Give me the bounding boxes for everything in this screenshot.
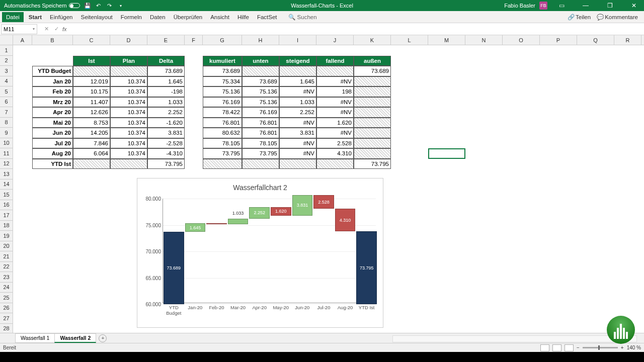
name-box[interactable]: M11 ▾	[1, 24, 37, 34]
cell[interactable]: 73.689	[147, 66, 185, 76]
cell[interactable]: -4.310	[147, 148, 185, 159]
cell[interactable]: #NV	[316, 97, 354, 108]
save-icon[interactable]: 💾	[84, 2, 91, 9]
share-button[interactable]: 🔗 Teilen	[568, 14, 591, 21]
cell[interactable]: 76.801	[203, 118, 242, 128]
minimize-icon[interactable]: —	[576, 0, 596, 11]
cell[interactable]: 2.252	[279, 107, 316, 118]
column-header[interactable]: G	[203, 35, 242, 45]
cell[interactable]: #NV	[316, 76, 354, 87]
cell[interactable]	[110, 66, 147, 76]
row-header[interactable]: 12	[0, 159, 13, 169]
view-normal-icon[interactable]	[540, 344, 549, 351]
tab-einfügen[interactable]: Einfügen	[46, 12, 76, 22]
column-header[interactable]: N	[465, 35, 503, 45]
cell[interactable]: 2.528	[316, 138, 354, 149]
tab-factset[interactable]: FactSet	[253, 12, 281, 22]
row-header[interactable]: 2	[0, 56, 13, 66]
cell[interactable]	[110, 159, 147, 169]
row-header[interactable]: 22	[0, 262, 13, 273]
comments-button[interactable]: 💬 Kommentare	[597, 14, 638, 21]
cell[interactable]	[354, 118, 391, 128]
cell[interactable]	[354, 138, 391, 149]
cell[interactable]: 75.136	[242, 97, 279, 108]
cell[interactable]: 10.374	[110, 148, 147, 159]
tab-file[interactable]: Datei	[2, 12, 24, 22]
cell[interactable]: 73.689	[354, 66, 391, 76]
cell[interactable]	[354, 128, 391, 138]
column-header[interactable]: D	[110, 35, 147, 45]
cell[interactable]: außen	[354, 56, 391, 66]
cell[interactable]: 11.407	[73, 97, 110, 108]
tab-ansicht[interactable]: Ansicht	[206, 12, 233, 22]
row-header[interactable]: 8	[0, 118, 13, 128]
cell[interactable]: Aug 20	[32, 148, 73, 159]
row-header[interactable]: 18	[0, 221, 13, 231]
cell[interactable]	[316, 66, 354, 76]
cell[interactable]	[316, 159, 354, 169]
cell[interactable]: 73.795	[354, 159, 391, 169]
qat-customize-icon[interactable]: ▾	[117, 2, 124, 9]
row-header[interactable]: 14	[0, 179, 13, 190]
column-header[interactable]: B	[32, 35, 73, 45]
close-icon[interactable]: ✕	[624, 0, 644, 11]
column-header[interactable]: R	[614, 35, 641, 45]
cell[interactable]: -2.528	[147, 138, 185, 149]
row-header[interactable]: 11	[0, 148, 13, 159]
column-header[interactable]: C	[73, 35, 110, 45]
column-header[interactable]: K	[354, 35, 391, 45]
row-header[interactable]: 26	[0, 303, 13, 314]
row-header[interactable]: 28	[0, 324, 13, 333]
cell[interactable]: 8.753	[73, 118, 110, 128]
cell[interactable]: 73.689	[242, 76, 279, 87]
cell[interactable]: 3.831	[279, 128, 316, 138]
cell[interactable]: Apr 20	[32, 107, 73, 118]
cell[interactable]: steigend	[279, 56, 316, 66]
horizontal-scrollbar[interactable]	[392, 335, 637, 342]
cell[interactable]: Jul 20	[32, 138, 73, 149]
cell[interactable]: 73.795	[147, 159, 185, 169]
cell[interactable]: 76.169	[203, 97, 242, 108]
column-header[interactable]: P	[540, 35, 577, 45]
tab-formeln[interactable]: Formeln	[117, 12, 146, 22]
cell[interactable]: 10.374	[110, 118, 147, 128]
tab-start[interactable]: Start	[25, 12, 46, 22]
tab-daten[interactable]: Daten	[146, 12, 170, 22]
cell[interactable]: 14.205	[73, 128, 110, 138]
maximize-icon[interactable]: ❐	[600, 0, 620, 11]
cell[interactable]: 4.310	[316, 148, 354, 159]
cell[interactable]: 7.846	[73, 138, 110, 149]
cell[interactable]: 78.105	[242, 138, 279, 149]
cell[interactable]: 73.795	[242, 148, 279, 159]
redo-icon[interactable]: ↷	[106, 2, 113, 9]
cell[interactable]: 1.033	[279, 97, 316, 108]
ribbon-options-icon[interactable]: ▭	[551, 0, 572, 11]
cell[interactable]: 78.422	[203, 107, 242, 118]
cell[interactable]: Jun 20	[32, 128, 73, 138]
view-pagebreak-icon[interactable]	[565, 344, 574, 351]
user-name[interactable]: Fabio Basler	[504, 3, 535, 9]
cell[interactable]: #NV	[279, 148, 316, 159]
cell[interactable]: 76.801	[242, 128, 279, 138]
row-header[interactable]: 10	[0, 138, 13, 149]
row-header[interactable]: 24	[0, 283, 13, 293]
row-header[interactable]: 19	[0, 231, 13, 241]
cell[interactable]: #NV	[316, 107, 354, 118]
column-header[interactable]: E	[147, 35, 185, 45]
cell[interactable]: kumuliert	[203, 56, 242, 66]
row-header[interactable]: 4	[0, 76, 13, 87]
cell[interactable]	[354, 107, 391, 118]
add-sheet-button[interactable]: +	[99, 334, 107, 342]
row-header[interactable]: 1	[0, 45, 13, 56]
cell[interactable]: -198	[147, 86, 185, 97]
cell[interactable]: 1.645	[279, 76, 316, 87]
column-header[interactable]: A	[13, 35, 32, 45]
row-header[interactable]: 7	[0, 107, 13, 118]
tab-hilfe[interactable]: Hilfe	[233, 12, 253, 22]
cell[interactable]: Mrz 20	[32, 97, 73, 108]
cell[interactable]	[354, 97, 391, 108]
row-header[interactable]: 23	[0, 272, 13, 283]
tab-überprüfen[interactable]: Überprüfen	[170, 12, 207, 22]
cell[interactable]: 80.632	[203, 128, 242, 138]
row-header[interactable]: 17	[0, 210, 13, 221]
